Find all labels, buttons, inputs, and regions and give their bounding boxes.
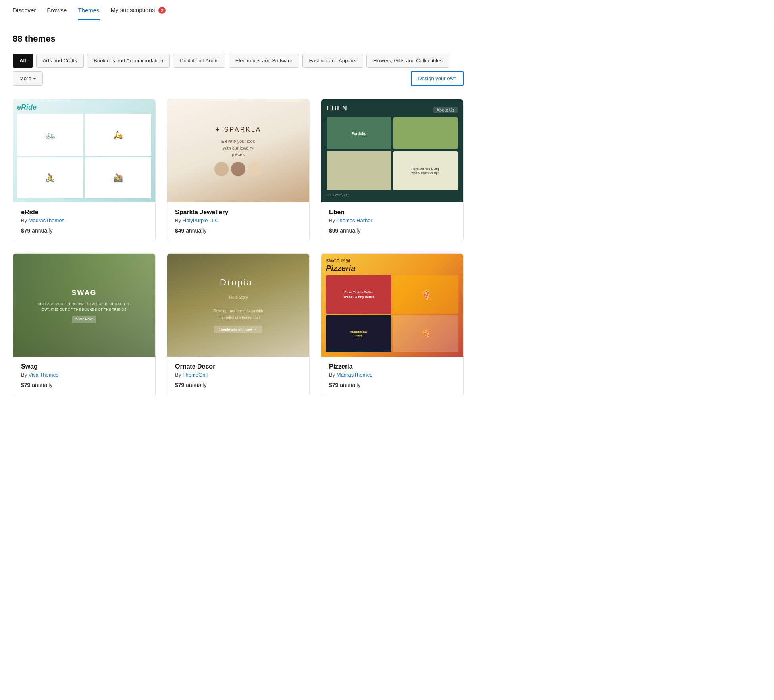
design-own-button[interactable]: Design your own xyxy=(411,71,464,86)
eben-cta: Let's work to... xyxy=(327,193,458,197)
theme-name-pizzeria: Pizzeria xyxy=(329,363,455,370)
eben-about-tag: About Us xyxy=(433,107,458,113)
theme-author-link-ornate[interactable]: ThemeGrill xyxy=(183,372,208,378)
theme-thumbnail-ornate: Dropia. Tell a StoryDevelop modern desig… xyxy=(167,254,309,357)
theme-info-ornate: Ornate Decor By ThemeGrill $79 annually xyxy=(167,357,309,396)
bike-icon-4: 🚵 xyxy=(113,173,123,183)
theme-price-swag: $79 annually xyxy=(21,382,147,388)
theme-card-sparkla[interactable]: ✦ SPARKLA Elevate your lookwith our jewe… xyxy=(167,99,310,242)
filter-bar: All Arts and Crafts Bookings and Accommo… xyxy=(13,54,464,86)
filter-more-label: More xyxy=(19,75,31,82)
nav-subscriptions-label: My subscriptions xyxy=(111,6,155,13)
pizzeria-logo-display: Pizzeria xyxy=(326,264,458,273)
theme-by-eben: By Themes Harbor xyxy=(329,217,455,223)
filter-fashion[interactable]: Fashion and Apparel xyxy=(302,54,363,68)
theme-info-swag: Swag By Viva Themes $79 annually xyxy=(13,357,155,396)
price-amount-eride: $79 xyxy=(21,227,30,234)
bike-icon-1: 🚲 xyxy=(45,130,55,140)
main-nav: Discover Browse Themes My subscriptions … xyxy=(0,0,774,21)
theme-price-ornate: $79 annually xyxy=(175,382,301,388)
theme-by-eride: By MadrasThemes xyxy=(21,217,147,223)
theme-by-ornate: By ThemeGrill xyxy=(175,372,301,378)
eride-cell-2: 🛵 xyxy=(85,114,151,156)
theme-author-link-eride[interactable]: MadrasThemes xyxy=(29,217,64,223)
filter-more[interactable]: More xyxy=(13,71,43,86)
pizzeria-light-cell: 🍕 xyxy=(393,315,458,352)
theme-info-pizzeria: Pizzeria By MadrasThemes $79 annually xyxy=(321,357,463,396)
nav-browse[interactable]: Browse xyxy=(47,7,67,20)
theme-name-eben: Eben xyxy=(329,209,455,216)
ornate-tagline: Tell a StoryDevelop modern design withmi… xyxy=(213,294,263,321)
eride-cell-3: 🚴 xyxy=(17,157,83,199)
price-period-sparkla: annually xyxy=(186,227,206,234)
filter-all[interactable]: All xyxy=(13,54,33,68)
sparkla-circles xyxy=(214,162,262,176)
theme-info-eride: eRide By MadrasThemes $79 annually xyxy=(13,202,155,242)
filter-electronics[interactable]: Electronics and Software xyxy=(229,54,299,68)
main-content: 88 themes All Arts and Crafts Bookings a… xyxy=(0,21,476,415)
nav-themes[interactable]: Themes xyxy=(78,7,99,20)
eride-logo-text: eRide xyxy=(17,103,37,112)
pizzeria-image-cell: 🍕 xyxy=(393,275,458,314)
price-period-swag: annually xyxy=(32,382,52,388)
sparkla-circle-1 xyxy=(214,162,229,176)
eben-logo-text: EBEN xyxy=(327,105,347,112)
theme-author-link-sparkla[interactable]: HolyPurple LLC xyxy=(183,217,219,223)
nav-discover[interactable]: Discover xyxy=(13,7,36,20)
theme-card-pizzeria[interactable]: SINCE 1994 Pizzeria Pizza Tastes BetterT… xyxy=(321,253,464,396)
price-period-pizzeria: annually xyxy=(340,382,360,388)
theme-thumbnail-swag: SWAG UNLEASH YOUR PERSONAL STYLE & TIE O… xyxy=(13,254,155,357)
theme-card-ornate[interactable]: Dropia. Tell a StoryDevelop modern desig… xyxy=(167,253,310,396)
chevron-down-icon xyxy=(33,78,36,80)
theme-price-eben: $99 annually xyxy=(329,227,455,234)
theme-info-sparkla: Sparkla Jewellery By HolyPurple LLC $49 … xyxy=(167,202,309,242)
bike-icon-2: 🛵 xyxy=(113,130,123,140)
bike-icon-3: 🚴 xyxy=(45,173,55,183)
theme-price-pizzeria: $79 annually xyxy=(329,382,455,388)
price-amount-sparkla: $49 xyxy=(175,227,184,234)
pizzeria-promo-cell: Pizza Tastes BetterThank Skinny Better xyxy=(326,275,391,314)
price-period-eride: annually xyxy=(32,227,52,234)
pizzeria-dark-cell: MargheritaPizza xyxy=(326,315,391,352)
theme-author-link-eben[interactable]: Themes Harbor xyxy=(337,217,372,223)
eben-cell-3 xyxy=(327,151,391,190)
price-period-ornate: annually xyxy=(186,382,206,388)
theme-by-sparkla: By HolyPurple LLC xyxy=(175,217,301,223)
price-amount-eben: $99 xyxy=(329,227,338,234)
eride-cell-1: 🚲 xyxy=(17,114,83,156)
eben-cell-2 xyxy=(393,117,458,149)
themes-count: 88 themes xyxy=(13,34,464,44)
theme-name-sparkla: Sparkla Jewellery xyxy=(175,209,301,216)
theme-thumbnail-eben: EBEN About Us Portfolio Revolutionize Li… xyxy=(321,99,463,202)
eben-cell-4: Revolutionize Livingwith Modern Design xyxy=(393,151,458,190)
theme-price-sparkla: $49 annually xyxy=(175,227,301,234)
themes-grid: eRide 🚲 🛵 🚴 🚵 xyxy=(13,99,464,396)
theme-author-link-swag[interactable]: Viva Themes xyxy=(29,372,58,378)
theme-author-link-pizzeria[interactable]: MadrasThemes xyxy=(337,372,372,378)
theme-thumbnail-pizzeria: SINCE 1994 Pizzeria Pizza Tastes BetterT… xyxy=(321,254,463,357)
theme-thumbnail-eride: eRide 🚲 🛵 🚴 🚵 xyxy=(13,99,155,202)
sparkla-logo-text: ✦ SPARKLA xyxy=(215,126,261,133)
filter-arts-crafts[interactable]: Arts and Crafts xyxy=(36,54,84,68)
theme-thumbnail-sparkla: ✦ SPARKLA Elevate your lookwith our jewe… xyxy=(167,99,309,202)
filter-digital-audio[interactable]: Digital and Audio xyxy=(173,54,225,68)
subscriptions-badge: 2 xyxy=(158,7,166,14)
theme-by-swag: By Viva Themes xyxy=(21,372,147,378)
sparkla-tagline: Elevate your lookwith our jewelrypieces xyxy=(221,138,255,158)
theme-info-eben: Eben By Themes Harbor $99 annually xyxy=(321,202,463,242)
nav-subscriptions[interactable]: My subscriptions 2 xyxy=(111,6,166,21)
price-period-eben: annually xyxy=(340,227,360,234)
ornate-cta: Handmade with care → xyxy=(214,326,262,333)
theme-price-eride: $79 annually xyxy=(21,227,147,234)
filter-bookings[interactable]: Bookings and Accommodation xyxy=(87,54,170,68)
filter-flowers[interactable]: Flowers, Gifts and Collectibles xyxy=(366,54,449,68)
ornate-logo-text: Dropia. xyxy=(220,277,256,288)
theme-card-swag[interactable]: SWAG UNLEASH YOUR PERSONAL STYLE & TIE O… xyxy=(13,253,156,396)
theme-card-eride[interactable]: eRide 🚲 🛵 🚴 🚵 xyxy=(13,99,156,242)
sparkla-circle-2 xyxy=(231,162,245,176)
eben-cell-portfolio: Portfolio xyxy=(327,117,391,149)
pizzeria-since: SINCE 1994 xyxy=(326,258,458,263)
theme-card-eben[interactable]: EBEN About Us Portfolio Revolutionize Li… xyxy=(321,99,464,242)
swag-text: SWAG UNLEASH YOUR PERSONAL STYLE & TIE O… xyxy=(30,279,139,331)
price-amount-ornate: $79 xyxy=(175,382,184,388)
